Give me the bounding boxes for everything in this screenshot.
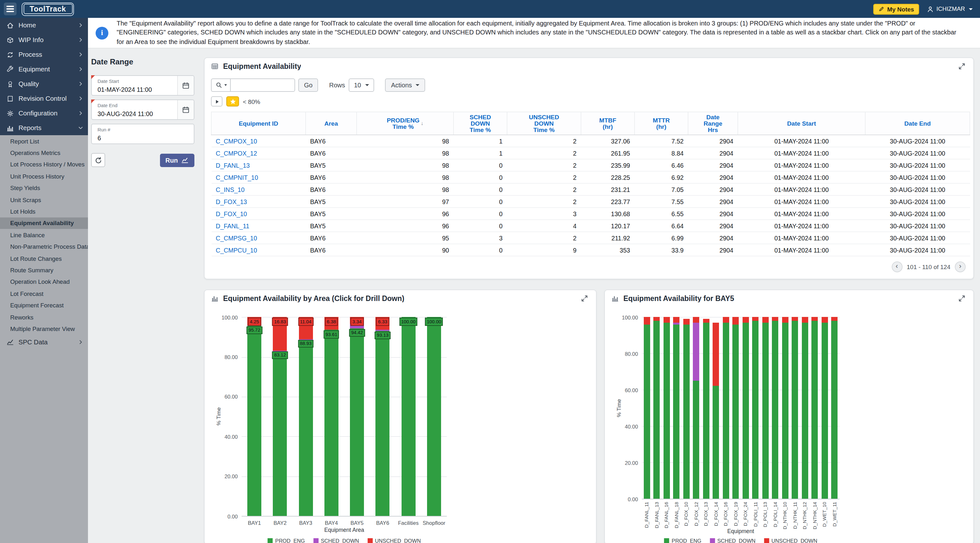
equipment-link[interactable]: C_CMPCU_10 — [216, 247, 257, 253]
rows-select[interactable]: 10 — [349, 78, 374, 92]
sidebar-item-multiple-parameter-view[interactable]: Multiple Parameter View — [0, 323, 88, 335]
prev-page-button[interactable]: ‹ — [891, 261, 902, 272]
bar-segment-prod_eng-d-fox-10[interactable] — [683, 324, 690, 499]
run-button[interactable]: Run — [160, 153, 194, 167]
sidebar-item-lot-route-changes[interactable]: Lot Route Changes — [0, 253, 88, 264]
sidebar-item-home[interactable]: Home — [0, 18, 88, 32]
date-end-input[interactable]: Date End30-AUG-2024 11:00 — [92, 100, 177, 119]
equipment-link[interactable]: C_INS_10 — [216, 186, 245, 193]
sidebar-item-quality[interactable]: Quality — [0, 76, 88, 91]
search-input[interactable] — [230, 78, 295, 92]
bar-segment-prod_eng-bay6[interactable] — [376, 331, 390, 516]
sidebar-item-route-summary[interactable]: Route Summary — [0, 264, 88, 276]
bar-segment-prod_eng-d-fox-19[interactable] — [733, 324, 739, 499]
column-header-date-range-hrs[interactable]: Date Range Hrs — [688, 112, 738, 135]
bar-segment-unsched_down-d-fox-16[interactable] — [723, 317, 729, 322]
bar-segment-unsched_down-d-fanl-13[interactable] — [654, 317, 660, 320]
next-page-button[interactable]: › — [955, 261, 966, 272]
sidebar-item-lot-process-history-moves[interactable]: Lot Process History / Moves — [0, 159, 88, 170]
sidebar-item-spc-data[interactable]: SPC Data — [0, 334, 88, 349]
equipment-link[interactable]: C_CMPOX_10 — [216, 137, 257, 145]
go-button[interactable]: Go — [298, 78, 318, 92]
sidebar-item-reports[interactable]: Reports — [0, 121, 88, 135]
bar-segment-prod_eng-d-fox-13[interactable] — [703, 322, 710, 499]
equipment-link[interactable]: D_FANL_13 — [216, 162, 250, 169]
bar-segment-prod_eng-d-nthk-14[interactable] — [812, 321, 818, 499]
column-header-area[interactable]: Area — [305, 112, 356, 135]
sidebar-item-revision-control[interactable]: Revision Control — [0, 91, 88, 106]
user-menu[interactable]: ICHIZMAR — [927, 5, 973, 13]
bar-segment-unsched_down-d-nthk-10[interactable] — [782, 317, 789, 322]
bar-segment-prod_eng-d-fanl-11[interactable] — [644, 324, 650, 499]
column-header-unsched-down-time[interactable]: UNSCHED DOWN Time % — [507, 112, 581, 135]
bar-segment-unsched_down-d-fox-24[interactable] — [743, 317, 749, 322]
column-header-sched-down-time[interactable]: SCHED DOWN Time % — [453, 112, 507, 135]
bar-segment-prod_eng-facilities[interactable] — [401, 317, 415, 516]
date-start-input[interactable]: Date Start01-MAY-2024 11:00 — [92, 76, 177, 95]
bar-segment-unsched_down-d-fox-12[interactable] — [693, 317, 700, 322]
bar-segment-unsched_down-d-fox-14[interactable] — [713, 322, 719, 386]
column-header-date-end[interactable]: Date End — [865, 112, 970, 135]
bar-segment-prod_eng-d-nthk-10[interactable] — [782, 322, 789, 499]
bar-segment-prod_eng-d-wet-11[interactable] — [832, 321, 838, 499]
hamburger-menu-button[interactable] — [4, 3, 17, 15]
bar-segment-prod_eng-d-fox-24[interactable] — [743, 322, 749, 499]
bar-segment-prod_eng-d-fanl-18[interactable] — [673, 324, 680, 499]
bar-segment-unsched_down-d-nthk-14[interactable] — [812, 317, 818, 320]
bar-segment-prod_eng-d-poli-14[interactable] — [772, 321, 779, 499]
equipment-link[interactable]: C_CMPSG_10 — [216, 234, 257, 241]
sidebar-item-reworks[interactable]: Reworks — [0, 311, 88, 323]
column-header-prod-eng-time[interactable]: PROD/ENG Time %↓ — [356, 112, 453, 135]
equipment-link[interactable]: D_FANL_11 — [216, 222, 249, 229]
bar-segment-sched_down-d-fox-12[interactable] — [693, 322, 700, 381]
bar-segment-prod_eng-d-nthk-11[interactable] — [792, 321, 798, 499]
bar-segment-unsched_down-d-nthk-11[interactable] — [792, 317, 798, 320]
bar-segment-prod_eng-d-poli-13[interactable] — [762, 322, 769, 499]
run-input[interactable]: Run #6 — [92, 124, 194, 143]
search-dropdown-button[interactable] — [211, 78, 230, 92]
bar-segment-prod_eng-bay2[interactable] — [273, 351, 287, 516]
sidebar-item-non-parametric-process-data[interactable]: Non-Parametric Process Data — [0, 241, 88, 253]
bar-segment-prod_eng-d-poli-11[interactable] — [752, 321, 759, 499]
bar-segment-unsched_down-d-poli-13[interactable] — [762, 317, 769, 322]
expand-filter-button[interactable] — [211, 96, 223, 107]
column-header-mttr-hr[interactable]: MTTR (hr) — [635, 112, 688, 135]
equipment-link[interactable]: C_CMPOX_12 — [216, 150, 257, 156]
bar-segment-prod_eng-d-nthk-12[interactable] — [802, 322, 808, 499]
bar-segment-sched_down-d-fanl-18[interactable] — [673, 322, 680, 324]
calendar-picker-button[interactable] — [177, 76, 194, 95]
bar-segment-unsched_down-d-poli-11[interactable] — [752, 317, 759, 320]
bar-segment-unsched_down-d-fox-13[interactable] — [703, 319, 710, 322]
sidebar-item-equipment[interactable]: Equipment — [0, 62, 88, 76]
reset-button[interactable] — [91, 153, 105, 167]
bar-segment-prod_eng-bay5[interactable] — [350, 328, 364, 516]
sidebar-item-operation-look-ahead[interactable]: Operation Look Ahead — [0, 276, 88, 288]
sidebar-item-process[interactable]: Process — [0, 47, 88, 62]
bar-segment-prod_eng-bay1[interactable] — [247, 326, 261, 516]
column-header-date-start[interactable]: Date Start — [738, 112, 865, 135]
sidebar-item-operations-metrics[interactable]: Operations Metrics — [0, 147, 88, 159]
sidebar-item-unit-scraps[interactable]: Unit Scraps — [0, 194, 88, 205]
bar-segment-prod_eng-shopfloor[interactable] — [427, 317, 441, 516]
sidebar-item-step-yields[interactable]: Step Yields — [0, 182, 88, 194]
bar-segment-prod_eng-bay3[interactable] — [299, 339, 313, 516]
sidebar-item-equipment-availability[interactable]: Equipment Availability — [0, 217, 88, 229]
sidebar-item-equipment-forecast[interactable]: Equipment Forecast — [0, 299, 88, 311]
bar-segment-unsched_down-d-fanl-11[interactable] — [644, 317, 650, 324]
bar-segment-unsched_down-d-fanl-16[interactable] — [663, 317, 670, 322]
sidebar-item-configuration[interactable]: Configuration — [0, 106, 88, 121]
sidebar-item-unit-process-history[interactable]: Unit Process History — [0, 170, 88, 182]
equipment-link[interactable]: C_CMPNIT_10 — [216, 174, 258, 181]
sidebar-item-lot-forecast[interactable]: Lot Forecast — [0, 288, 88, 299]
bar-segment-sched_down-bay6[interactable] — [376, 330, 390, 331]
bar-segment-prod_eng-d-wet-10[interactable] — [822, 322, 828, 499]
equipment-link[interactable]: D_FOX_10 — [216, 210, 247, 217]
bar-segment-unsched_down-d-nthk-12[interactable] — [802, 317, 808, 322]
column-header-mtbf-hr[interactable]: MTBF (hr) — [581, 112, 635, 135]
bar-segment-prod_eng-d-fanl-13[interactable] — [654, 321, 660, 499]
app-logo[interactable]: ToolTrack — [22, 2, 74, 16]
column-header-equipment-id[interactable]: Equipment ID — [211, 112, 305, 135]
sidebar-item-line-balance[interactable]: Line Balance — [0, 229, 88, 241]
bar-segment-unsched_down-d-fox-19[interactable] — [733, 317, 739, 324]
bar-segment-unsched_down-d-fanl-18[interactable] — [673, 317, 680, 322]
